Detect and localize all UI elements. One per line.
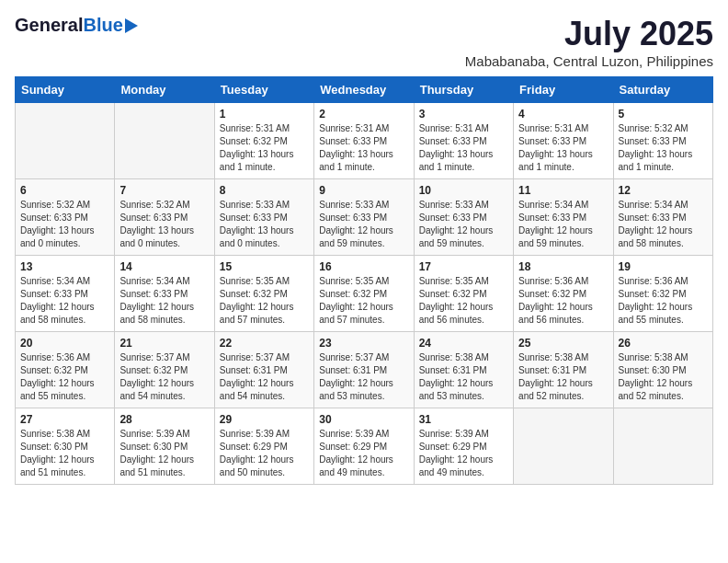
calendar-cell: 28Sunrise: 5:39 AMSunset: 6:30 PMDayligh… xyxy=(115,408,214,485)
weekday-header-tuesday: Tuesday xyxy=(214,77,313,103)
day-number: 30 xyxy=(319,413,408,426)
page-subtitle: Mababanaba, Central Luzon, Philippines xyxy=(465,53,713,69)
weekday-header-wednesday: Wednesday xyxy=(314,77,414,103)
day-detail: Sunrise: 5:33 AMSunset: 6:33 PMDaylight:… xyxy=(419,199,508,250)
day-detail: Sunrise: 5:34 AMSunset: 6:33 PMDaylight:… xyxy=(20,275,109,327)
day-number: 10 xyxy=(419,184,508,197)
calendar-week-5: 27Sunrise: 5:38 AMSunset: 6:30 PMDayligh… xyxy=(16,408,713,485)
day-detail: Sunrise: 5:31 AMSunset: 6:32 PMDaylight:… xyxy=(220,122,309,174)
day-detail: Sunrise: 5:36 AMSunset: 6:32 PMDaylight:… xyxy=(619,275,708,327)
day-detail: Sunrise: 5:39 AMSunset: 6:29 PMDaylight:… xyxy=(419,428,508,479)
day-number: 27 xyxy=(20,413,109,426)
day-detail: Sunrise: 5:33 AMSunset: 6:33 PMDaylight:… xyxy=(319,199,408,250)
day-detail: Sunrise: 5:31 AMSunset: 6:33 PMDaylight:… xyxy=(419,122,508,174)
calendar-cell: 10Sunrise: 5:33 AMSunset: 6:33 PMDayligh… xyxy=(414,179,513,256)
calendar-cell: 20Sunrise: 5:36 AMSunset: 6:32 PMDayligh… xyxy=(16,332,115,408)
calendar-cell: 29Sunrise: 5:39 AMSunset: 6:29 PMDayligh… xyxy=(214,408,313,485)
calendar-cell: 3Sunrise: 5:31 AMSunset: 6:33 PMDaylight… xyxy=(414,103,513,179)
calendar-cell: 7Sunrise: 5:32 AMSunset: 6:33 PMDaylight… xyxy=(115,179,214,256)
calendar-cell: 31Sunrise: 5:39 AMSunset: 6:29 PMDayligh… xyxy=(414,408,513,485)
day-number: 26 xyxy=(619,337,708,350)
day-number: 8 xyxy=(220,184,309,197)
day-number: 5 xyxy=(619,108,708,121)
calendar-week-1: 1Sunrise: 5:31 AMSunset: 6:32 PMDaylight… xyxy=(16,103,713,179)
logo-blue: Blue xyxy=(83,15,122,36)
day-detail: Sunrise: 5:31 AMSunset: 6:33 PMDaylight:… xyxy=(518,122,608,174)
calendar-body: 1Sunrise: 5:31 AMSunset: 6:32 PMDaylight… xyxy=(16,103,713,485)
day-detail: Sunrise: 5:38 AMSunset: 6:30 PMDaylight:… xyxy=(619,351,708,403)
day-detail: Sunrise: 5:38 AMSunset: 6:31 PMDaylight:… xyxy=(518,351,608,403)
calendar-cell: 24Sunrise: 5:38 AMSunset: 6:31 PMDayligh… xyxy=(414,332,513,408)
day-detail: Sunrise: 5:34 AMSunset: 6:33 PMDaylight:… xyxy=(619,199,708,250)
day-number: 12 xyxy=(619,184,708,197)
weekday-header-sunday: Sunday xyxy=(16,77,115,103)
logo-general: General xyxy=(15,15,83,36)
calendar-cell xyxy=(16,103,115,179)
calendar-week-4: 20Sunrise: 5:36 AMSunset: 6:32 PMDayligh… xyxy=(16,332,713,408)
calendar-cell: 21Sunrise: 5:37 AMSunset: 6:32 PMDayligh… xyxy=(115,332,214,408)
day-number: 11 xyxy=(518,184,608,197)
calendar-cell xyxy=(514,408,613,485)
day-number: 29 xyxy=(220,413,309,426)
day-detail: Sunrise: 5:32 AMSunset: 6:33 PMDaylight:… xyxy=(619,122,708,174)
calendar-cell: 13Sunrise: 5:34 AMSunset: 6:33 PMDayligh… xyxy=(16,256,115,332)
calendar-cell: 27Sunrise: 5:38 AMSunset: 6:30 PMDayligh… xyxy=(16,408,115,485)
day-number: 24 xyxy=(419,337,508,350)
day-number: 7 xyxy=(119,184,209,197)
day-detail: Sunrise: 5:32 AMSunset: 6:33 PMDaylight:… xyxy=(20,199,109,250)
title-block: July 2025 Mababanaba, Central Luzon, Phi… xyxy=(465,15,713,69)
calendar-cell xyxy=(115,103,214,179)
day-detail: Sunrise: 5:35 AMSunset: 6:32 PMDaylight:… xyxy=(220,275,309,327)
calendar-cell: 6Sunrise: 5:32 AMSunset: 6:33 PMDaylight… xyxy=(16,179,115,256)
day-number: 6 xyxy=(20,184,109,197)
page-title: July 2025 xyxy=(465,15,713,53)
calendar-cell: 8Sunrise: 5:33 AMSunset: 6:33 PMDaylight… xyxy=(214,179,313,256)
day-number: 9 xyxy=(319,184,408,197)
day-number: 3 xyxy=(419,108,508,121)
calendar-cell: 23Sunrise: 5:37 AMSunset: 6:31 PMDayligh… xyxy=(314,332,414,408)
weekday-header-saturday: Saturday xyxy=(613,77,712,103)
calendar-cell: 19Sunrise: 5:36 AMSunset: 6:32 PMDayligh… xyxy=(613,256,712,332)
day-detail: Sunrise: 5:37 AMSunset: 6:31 PMDaylight:… xyxy=(319,351,408,403)
day-number: 16 xyxy=(319,260,408,273)
day-number: 4 xyxy=(518,108,608,121)
day-detail: Sunrise: 5:36 AMSunset: 6:32 PMDaylight:… xyxy=(518,275,608,327)
day-detail: Sunrise: 5:38 AMSunset: 6:31 PMDaylight:… xyxy=(419,351,508,403)
calendar-cell: 16Sunrise: 5:35 AMSunset: 6:32 PMDayligh… xyxy=(314,256,414,332)
calendar-cell: 9Sunrise: 5:33 AMSunset: 6:33 PMDaylight… xyxy=(314,179,414,256)
calendar-cell: 17Sunrise: 5:35 AMSunset: 6:32 PMDayligh… xyxy=(414,256,513,332)
calendar-cell: 14Sunrise: 5:34 AMSunset: 6:33 PMDayligh… xyxy=(115,256,214,332)
calendar-header: SundayMondayTuesdayWednesdayThursdayFrid… xyxy=(16,77,713,103)
day-detail: Sunrise: 5:36 AMSunset: 6:32 PMDaylight:… xyxy=(20,351,109,403)
day-detail: Sunrise: 5:32 AMSunset: 6:33 PMDaylight:… xyxy=(119,199,209,250)
day-number: 31 xyxy=(419,413,508,426)
day-detail: Sunrise: 5:35 AMSunset: 6:32 PMDaylight:… xyxy=(419,275,508,327)
day-number: 1 xyxy=(220,108,309,121)
page-header: General Blue July 2025 Mababanaba, Centr… xyxy=(15,15,713,69)
day-detail: Sunrise: 5:38 AMSunset: 6:30 PMDaylight:… xyxy=(20,428,109,479)
day-detail: Sunrise: 5:34 AMSunset: 6:33 PMDaylight:… xyxy=(518,199,608,250)
calendar-cell: 2Sunrise: 5:31 AMSunset: 6:33 PMDaylight… xyxy=(314,103,414,179)
day-number: 23 xyxy=(319,337,408,350)
day-number: 28 xyxy=(119,413,209,426)
day-number: 13 xyxy=(20,260,109,273)
calendar-cell: 4Sunrise: 5:31 AMSunset: 6:33 PMDaylight… xyxy=(514,103,613,179)
day-detail: Sunrise: 5:31 AMSunset: 6:33 PMDaylight:… xyxy=(319,122,408,174)
calendar-cell: 30Sunrise: 5:39 AMSunset: 6:29 PMDayligh… xyxy=(314,408,414,485)
calendar-cell: 1Sunrise: 5:31 AMSunset: 6:32 PMDaylight… xyxy=(214,103,313,179)
weekday-header-friday: Friday xyxy=(514,77,613,103)
day-number: 21 xyxy=(119,337,209,350)
calendar-cell: 18Sunrise: 5:36 AMSunset: 6:32 PMDayligh… xyxy=(514,256,613,332)
calendar-cell: 22Sunrise: 5:37 AMSunset: 6:31 PMDayligh… xyxy=(214,332,313,408)
logo-arrow-icon xyxy=(125,18,138,33)
calendar-week-2: 6Sunrise: 5:32 AMSunset: 6:33 PMDaylight… xyxy=(16,179,713,256)
day-number: 20 xyxy=(20,337,109,350)
day-number: 25 xyxy=(518,337,608,350)
day-number: 18 xyxy=(518,260,608,273)
calendar-cell: 25Sunrise: 5:38 AMSunset: 6:31 PMDayligh… xyxy=(514,332,613,408)
calendar-cell: 15Sunrise: 5:35 AMSunset: 6:32 PMDayligh… xyxy=(214,256,313,332)
weekday-row: SundayMondayTuesdayWednesdayThursdayFrid… xyxy=(16,77,713,103)
day-detail: Sunrise: 5:35 AMSunset: 6:32 PMDaylight:… xyxy=(319,275,408,327)
day-number: 17 xyxy=(419,260,508,273)
day-detail: Sunrise: 5:37 AMSunset: 6:31 PMDaylight:… xyxy=(220,351,309,403)
